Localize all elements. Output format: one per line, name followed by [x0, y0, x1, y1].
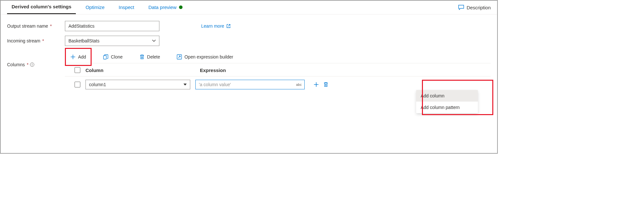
add-dropdown-menu: Add column Add column pattern — [416, 90, 478, 113]
trash-icon — [139, 54, 145, 59]
label-incoming-stream: Incoming stream* — [7, 38, 65, 43]
label-output-stream: Output stream name* — [7, 23, 65, 29]
header-expression: Expression — [200, 68, 226, 73]
tab-data-preview-label: Data preview — [148, 5, 177, 10]
tab-inspect[interactable]: Inspect — [114, 1, 139, 14]
label-columns: Columns* — [7, 50, 65, 67]
clone-button[interactable]: Clone — [100, 52, 126, 61]
open-builder-label: Open expression builder — [184, 54, 233, 59]
info-icon — [30, 62, 34, 67]
status-dot-icon — [179, 5, 183, 9]
content: Output stream name* Learn more Incoming … — [1, 14, 497, 93]
columns-area: Add Clone Delete — [65, 50, 491, 93]
abc-type-indicator: abc — [296, 83, 302, 86]
comment-icon — [458, 5, 464, 10]
chevron-down-icon — [152, 40, 156, 42]
header-column: Column — [85, 68, 195, 73]
incoming-stream-value: BasketballStats — [68, 38, 100, 43]
add-label: Add — [78, 54, 86, 59]
row-checkbox[interactable] — [75, 82, 80, 87]
clone-label: Clone — [111, 54, 123, 59]
label-output-stream-text: Output stream name — [7, 23, 48, 29]
plus-icon — [314, 82, 319, 87]
label-columns-text: Columns — [7, 62, 25, 67]
expression-input[interactable]: 'a column value' abc — [195, 80, 305, 89]
menu-add-column-pattern[interactable]: Add column pattern — [416, 102, 478, 113]
learn-more-label: Learn more — [201, 23, 224, 29]
tab-settings[interactable]: Derived column's settings — [7, 1, 76, 14]
incoming-stream-select[interactable]: BasketballStats — [65, 36, 159, 46]
required-asterisk: * — [50, 23, 52, 29]
row-output-stream: Output stream name* Learn more — [1, 21, 491, 31]
row-columns: Columns* Add — [1, 50, 491, 93]
required-asterisk: * — [27, 62, 28, 67]
delete-label: Delete — [147, 54, 160, 59]
description-label: Description — [467, 5, 491, 10]
clone-icon — [103, 54, 108, 59]
caret-down-icon — [183, 84, 187, 86]
row-delete-button[interactable] — [323, 82, 328, 87]
tab-optimize[interactable]: Optimize — [81, 1, 109, 14]
svg-rect-2 — [103, 56, 106, 59]
menu-add-column[interactable]: Add column — [416, 90, 478, 102]
row-add-button[interactable] — [314, 82, 319, 87]
header: Derived column's settings Optimize Inspe… — [1, 1, 497, 14]
columns-header-row: Column Expression — [65, 63, 491, 77]
svg-point-1 — [32, 63, 32, 64]
output-stream-input[interactable] — [65, 21, 159, 31]
table-row: column1 'a column value' abc — [65, 77, 491, 93]
open-expression-builder-button[interactable]: Open expression builder — [174, 52, 237, 61]
columns-toolbar: Add Clone Delete — [65, 50, 491, 63]
column-name-value: column1 — [89, 82, 106, 87]
required-asterisk: * — [42, 38, 44, 43]
plus-icon — [70, 54, 76, 59]
external-link-icon — [226, 24, 231, 28]
delete-button[interactable]: Delete — [136, 52, 163, 61]
label-incoming-stream-text: Incoming stream — [7, 38, 40, 43]
row-actions — [314, 82, 328, 87]
expression-placeholder: 'a column value' — [199, 82, 231, 87]
open-icon — [177, 54, 182, 59]
learn-more-link[interactable]: Learn more — [201, 23, 231, 29]
row-incoming-stream: Incoming stream* BasketballStats — [1, 36, 491, 46]
select-all-checkbox[interactable] — [75, 67, 80, 73]
column-name-select[interactable]: column1 — [85, 80, 190, 89]
tabs: Derived column's settings Optimize Inspe… — [7, 1, 192, 14]
tab-data-preview[interactable]: Data preview — [144, 1, 187, 14]
trash-icon — [323, 82, 328, 87]
description-link[interactable]: Description — [458, 5, 491, 10]
